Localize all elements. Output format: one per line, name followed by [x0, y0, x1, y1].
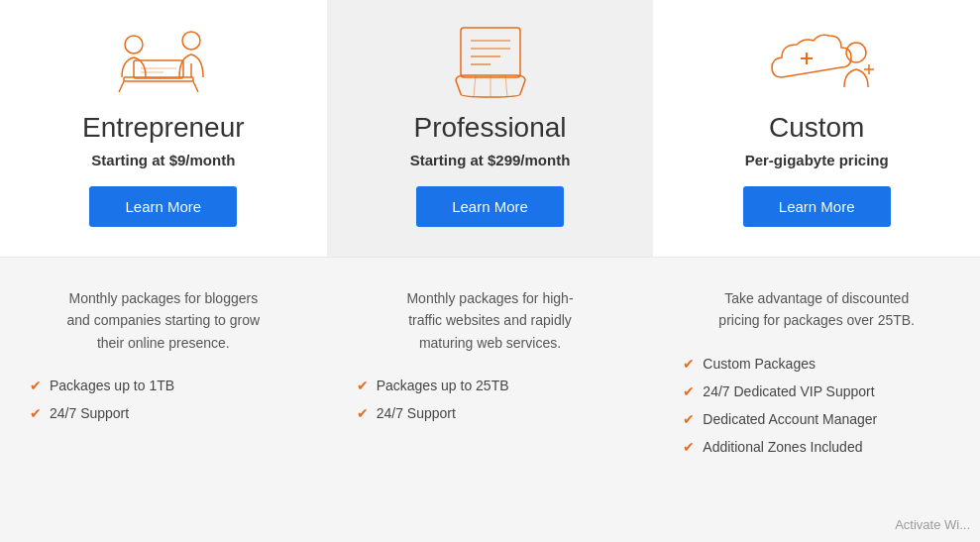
check-icon-2: ✔ — [30, 405, 42, 421]
svg-line-14 — [474, 75, 476, 97]
custom-plan-name: Custom — [769, 112, 864, 144]
svg-line-16 — [505, 75, 507, 97]
custom-features: ✔ Custom Packages ✔ 24/7 Dedicated VIP S… — [673, 356, 960, 467]
card-bottom-entrepreneur: Monthly packages for bloggers and compan… — [0, 258, 327, 487]
professional-description: Monthly packages for high-traffic websit… — [391, 287, 590, 354]
entrepreneur-description: Monthly packages for bloggers and compan… — [64, 287, 263, 354]
custom-feature-4: ✔ Additional Zones Included — [683, 439, 950, 455]
check-icon-7: ✔ — [683, 411, 695, 427]
svg-point-6 — [125, 36, 143, 54]
svg-rect-1 — [134, 60, 183, 78]
entrepreneur-learn-more-button[interactable]: Learn More — [89, 186, 237, 227]
professional-feature-1: ✔ Packages up to 25TB — [357, 378, 624, 393]
check-icon-1: ✔ — [30, 378, 42, 393]
svg-rect-9 — [461, 28, 520, 77]
custom-learn-more-button[interactable]: Learn More — [743, 186, 891, 227]
entrepreneur-icon — [104, 20, 223, 104]
svg-line-2 — [119, 81, 124, 92]
activate-watermark: Activate Wi... — [895, 517, 970, 532]
pricing-card-entrepreneur: Entrepreneur Starting at $9/month Learn … — [0, 0, 327, 487]
professional-price: Starting at $299/month — [410, 152, 571, 168]
pricing-card-professional: Professional Starting at $299/month Lear… — [327, 0, 654, 487]
svg-point-7 — [182, 32, 200, 50]
svg-line-3 — [193, 81, 198, 92]
entrepreneur-feature-2: ✔ 24/7 Support — [30, 405, 297, 421]
entrepreneur-features: ✔ Packages up to 1TB ✔ 24/7 Support — [20, 378, 307, 433]
professional-icon — [436, 20, 545, 104]
professional-learn-more-button[interactable]: Learn More — [416, 186, 564, 227]
check-icon-3: ✔ — [357, 378, 369, 393]
custom-description: Take advantage of discounted pricing for… — [717, 287, 916, 332]
card-bottom-custom: Take advantage of discounted pricing for… — [653, 258, 980, 487]
pricing-card-custom: Custom Per-gigabyte pricing Learn More T… — [653, 0, 980, 487]
card-top-professional: Professional Starting at $299/month Lear… — [327, 0, 654, 258]
check-icon-8: ✔ — [683, 439, 695, 455]
entrepreneur-price: Starting at $9/month — [91, 152, 235, 168]
card-bottom-professional: Monthly packages for high-traffic websit… — [327, 258, 654, 487]
professional-features: ✔ Packages up to 25TB ✔ 24/7 Support — [347, 378, 634, 433]
entrepreneur-plan-name: Entrepreneur — [82, 112, 244, 144]
card-top-custom: Custom Per-gigabyte pricing Learn More — [653, 0, 980, 258]
entrepreneur-feature-1: ✔ Packages up to 1TB — [30, 378, 297, 393]
custom-price: Per-gigabyte pricing — [745, 152, 889, 168]
check-icon-6: ✔ — [683, 383, 695, 399]
custom-feature-2: ✔ 24/7 Dedicated VIP Support — [683, 383, 950, 399]
professional-plan-name: Professional — [413, 112, 566, 144]
custom-icon — [752, 20, 881, 104]
professional-feature-2: ✔ 24/7 Support — [357, 405, 624, 421]
custom-feature-3: ✔ Dedicated Account Manager — [683, 411, 950, 427]
check-icon-5: ✔ — [683, 356, 695, 372]
pricing-container: Entrepreneur Starting at $9/month Learn … — [0, 0, 980, 487]
svg-point-19 — [846, 43, 866, 62]
check-icon-4: ✔ — [357, 405, 369, 421]
custom-feature-1: ✔ Custom Packages — [683, 356, 950, 372]
card-top-entrepreneur: Entrepreneur Starting at $9/month Learn … — [0, 0, 327, 258]
